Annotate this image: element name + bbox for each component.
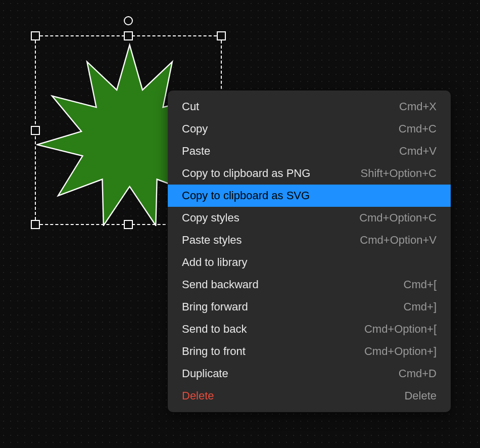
resize-handle-top-right[interactable] [217, 31, 226, 40]
menu-item-shortcut: Cmd+] [404, 300, 437, 313]
menu-item-send-backward[interactable]: Send backwardCmd+[ [168, 274, 451, 296]
menu-item-label: Cut [182, 100, 199, 113]
menu-item-shortcut: Cmd+Option+[ [364, 323, 437, 336]
menu-item-shortcut: Cmd+D [399, 367, 437, 380]
menu-item-bring-forward[interactable]: Bring forwardCmd+] [168, 296, 451, 318]
menu-item-shortcut: Cmd+X [399, 100, 437, 113]
menu-item-label: Duplicate [182, 367, 228, 380]
resize-handle-middle-left[interactable] [31, 126, 40, 135]
menu-item-shortcut: Cmd+V [399, 145, 437, 158]
menu-item-copy-to-clipboard-as-svg[interactable]: Copy to clipboard as SVG [168, 185, 451, 207]
menu-item-label: Bring to front [182, 345, 246, 358]
menu-item-label: Add to library [182, 256, 248, 269]
menu-item-copy-styles[interactable]: Copy stylesCmd+Option+C [168, 207, 451, 229]
menu-item-add-to-library[interactable]: Add to library [168, 251, 451, 274]
menu-item-delete[interactable]: DeleteDelete [168, 385, 451, 407]
menu-item-label: Send to back [182, 323, 247, 336]
menu-item-duplicate[interactable]: DuplicateCmd+D [168, 363, 451, 385]
context-menu: CutCmd+XCopyCmd+CPasteCmd+VCopy to clipb… [168, 91, 451, 412]
resize-handle-top-middle[interactable] [124, 31, 133, 40]
menu-item-copy-to-clipboard-as-png[interactable]: Copy to clipboard as PNGShift+Option+C [168, 162, 451, 185]
menu-item-shortcut: Shift+Option+C [361, 167, 437, 180]
menu-item-label: Copy [182, 122, 208, 136]
menu-item-bring-to-front[interactable]: Bring to frontCmd+Option+] [168, 340, 451, 363]
menu-item-shortcut: Cmd+[ [404, 278, 437, 291]
resize-handle-top-left[interactable] [31, 31, 40, 40]
menu-item-shortcut: Cmd+Option+] [364, 345, 437, 358]
menu-item-label: Send backward [182, 278, 259, 291]
menu-item-shortcut: Delete [404, 389, 437, 402]
menu-item-shortcut: Cmd+Option+V [360, 234, 437, 247]
menu-item-label: Copy to clipboard as PNG [182, 167, 310, 180]
resize-handle-bottom-left[interactable] [31, 220, 40, 229]
menu-item-cut[interactable]: CutCmd+X [168, 96, 451, 118]
menu-item-shortcut: Cmd+C [399, 122, 437, 136]
menu-item-label: Delete [182, 389, 214, 402]
menu-item-label: Bring forward [182, 300, 248, 313]
menu-item-label: Paste [182, 145, 210, 158]
menu-item-label: Copy styles [182, 211, 239, 225]
menu-item-label: Copy to clipboard as SVG [182, 189, 310, 202]
menu-item-paste[interactable]: PasteCmd+V [168, 140, 451, 162]
menu-item-send-to-back[interactable]: Send to backCmd+Option+[ [168, 318, 451, 340]
menu-item-shortcut: Cmd+Option+C [359, 211, 437, 225]
rotate-handle[interactable] [124, 16, 133, 25]
resize-handle-bottom-middle[interactable] [124, 220, 133, 229]
menu-item-label: Paste styles [182, 234, 242, 247]
menu-item-copy[interactable]: CopyCmd+C [168, 118, 451, 140]
menu-item-paste-styles[interactable]: Paste stylesCmd+Option+V [168, 229, 451, 251]
